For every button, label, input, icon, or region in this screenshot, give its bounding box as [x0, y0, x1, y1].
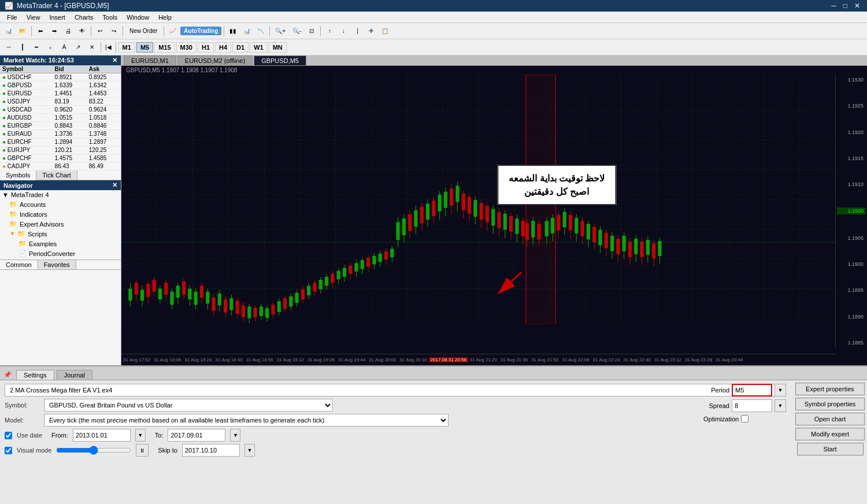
tb-new-chart[interactable]: 📊: [2, 25, 15, 38]
period-h4[interactable]: H4: [215, 42, 231, 53]
tb-buy[interactable]: ↑: [323, 25, 336, 38]
nav-expert-advisors[interactable]: 📁 Expert Advisors: [0, 219, 121, 229]
menu-tools[interactable]: Tools: [98, 13, 122, 22]
tab-settings[interactable]: Settings: [16, 370, 54, 380]
period-w1[interactable]: W1: [250, 42, 268, 53]
period-h1[interactable]: H1: [198, 42, 214, 53]
close-button[interactable]: ✕: [852, 2, 862, 10]
market-watch-row[interactable]: ● USDJPY 83.19 83.22: [0, 98, 121, 106]
market-watch-row[interactable]: ● EURUSD 1.4451 1.4453: [0, 90, 121, 98]
tb-template[interactable]: 📋: [379, 25, 391, 38]
new-order-button[interactable]: New Order: [125, 25, 161, 38]
market-watch-row[interactable]: ● EURGBP 0.8843 0.8846: [0, 122, 121, 130]
chart-tab-eurusd-m2[interactable]: EURUSD,M2 (offline): [177, 55, 253, 65]
menu-file[interactable]: File: [2, 13, 22, 22]
optimization-checkbox[interactable]: [741, 415, 749, 423]
minimize-button[interactable]: ─: [829, 2, 839, 10]
speed-slider[interactable]: [56, 446, 131, 455]
tb-redo[interactable]: ↪: [108, 25, 120, 38]
from-date-button[interactable]: ▼: [135, 429, 146, 442]
tb-fit-window[interactable]: ⊡: [305, 25, 318, 38]
to-date-button[interactable]: ▼: [230, 429, 240, 442]
market-watch-close[interactable]: ✕: [112, 57, 117, 64]
market-watch-row[interactable]: ● USDCAD 0.9620 0.9624: [0, 106, 121, 114]
menu-insert[interactable]: Insert: [45, 13, 70, 22]
tb-crosshair[interactable]: ✛: [365, 25, 377, 38]
market-watch-row[interactable]: ● GBPCHF 1.4575 1.4585: [0, 154, 121, 162]
pause-button[interactable]: ⏸: [136, 444, 149, 457]
skip-to-input[interactable]: [182, 444, 240, 457]
tb-prev-bar[interactable]: |◀: [103, 44, 113, 50]
tb-undo[interactable]: ↩: [94, 25, 106, 38]
tb-back[interactable]: ⬅: [34, 25, 47, 38]
spread-dropdown-btn[interactable]: ▼: [775, 399, 786, 412]
market-watch-row[interactable]: ● EURAUD 1.3736 1.3748: [0, 130, 121, 138]
titlebar-controls[interactable]: ─ □ ✕: [829, 2, 862, 10]
period-dropdown-btn[interactable]: ▼: [775, 384, 786, 396]
period-d1[interactable]: D1: [232, 42, 249, 53]
from-date-input[interactable]: [73, 429, 131, 442]
left-pin-icon[interactable]: 📌: [0, 370, 15, 380]
market-watch-row[interactable]: ● EURJPY 120.21 120.25: [0, 146, 121, 154]
tab-journal[interactable]: Journal: [57, 370, 92, 380]
tb-open[interactable]: 📂: [16, 25, 29, 38]
tb-delete[interactable]: ✕: [86, 41, 98, 54]
modify-expert-button[interactable]: Modify expert: [795, 428, 865, 440]
skip-to-date-button[interactable]: ▼: [244, 444, 255, 457]
market-watch-row[interactable]: ● CADJPY 86.43 86.49: [0, 162, 121, 171]
period-input[interactable]: [732, 384, 772, 396]
expert-properties-button[interactable]: Expert properties: [795, 383, 865, 395]
tab-tick-chart[interactable]: Tick Chart: [36, 171, 77, 180]
nav-period-converter[interactable]: 📄 PeriodConverter: [0, 249, 121, 258]
chart-tab-gbpusd-m5[interactable]: GBPUSD,M5: [254, 55, 306, 65]
tb-print-preview[interactable]: 👁: [76, 25, 88, 38]
start-button[interactable]: Start: [797, 443, 864, 455]
period-mn[interactable]: MN: [269, 42, 287, 53]
market-watch-row[interactable]: ● EURCHF 1.2894 1.2897: [0, 138, 121, 146]
tab-common[interactable]: Common: [0, 260, 38, 269]
market-watch-row[interactable]: ● GBPUSD 1.6339 1.6342: [0, 81, 121, 90]
tb-sell[interactable]: ↓: [337, 25, 350, 38]
maximize-button[interactable]: □: [841, 2, 850, 10]
menu-view[interactable]: View: [22, 13, 45, 22]
tb-line-studies[interactable]: ─: [2, 41, 15, 54]
use-date-checkbox[interactable]: [5, 432, 12, 439]
market-watch-row[interactable]: ● AUDUSD 1.0515 1.0518: [0, 114, 121, 122]
tb-line2[interactable]: ┃: [16, 41, 29, 54]
chart-canvas[interactable]: 1.1530 1.1925 1.1920 1.1915 1.1910 1.150…: [121, 75, 867, 365]
tb-line-chart[interactable]: 📉: [254, 25, 267, 38]
menu-window[interactable]: Window: [122, 13, 154, 22]
tb-period-sep[interactable]: |: [351, 25, 364, 38]
tb-zoom-out[interactable]: 🔍-: [290, 25, 304, 38]
tb-arr[interactable]: ↗: [72, 41, 84, 54]
nav-examples[interactable]: 📁 Examples: [0, 239, 121, 249]
tb-zoom-in[interactable]: 🔍+: [272, 25, 288, 38]
nav-accounts[interactable]: 📁 Accounts: [0, 199, 121, 209]
tab-favorites[interactable]: Favorites: [38, 260, 76, 269]
tb-text[interactable]: A: [58, 41, 71, 54]
to-date-input[interactable]: [168, 429, 225, 442]
tb-forward[interactable]: ➡: [48, 25, 61, 38]
auto-trading-button[interactable]: AutoTrading: [180, 27, 221, 35]
tb-bar-chart[interactable]: ▮▮: [227, 25, 239, 38]
period-m5[interactable]: M5: [136, 42, 153, 53]
tb-line3[interactable]: ━: [30, 41, 43, 54]
open-chart-button[interactable]: Open chart: [795, 413, 865, 425]
symbol-properties-button[interactable]: Symbol properties: [795, 398, 865, 410]
navigator-close[interactable]: ✕: [112, 181, 117, 189]
menu-help[interactable]: Help: [154, 13, 176, 22]
chart-tab-eurusd-m1[interactable]: EURUSD,M1: [124, 55, 176, 65]
tb-print[interactable]: 🖨: [62, 25, 75, 38]
expert-advisor-dropdown[interactable]: 2 MA Crosses Mega filter EA V1.ex4: [5, 384, 783, 396]
symbol-dropdown[interactable]: GBPUSD, Great Britain Pound vs US Dollar: [44, 399, 333, 412]
menu-charts[interactable]: Charts: [70, 13, 98, 22]
nav-indicators[interactable]: 📁 Indicators: [0, 209, 121, 219]
period-m30[interactable]: M30: [176, 42, 197, 53]
nav-scripts[interactable]: ▼ 📁 Scripts: [0, 229, 121, 239]
period-m1[interactable]: M1: [118, 42, 135, 53]
visual-mode-checkbox[interactable]: [5, 447, 12, 454]
tab-symbols[interactable]: Symbols: [0, 171, 36, 180]
period-m15[interactable]: M15: [154, 42, 175, 53]
market-watch-row[interactable]: ● USDCHF 0.8921 0.8925: [0, 73, 121, 81]
tb-fib[interactable]: ⬦: [44, 41, 57, 54]
